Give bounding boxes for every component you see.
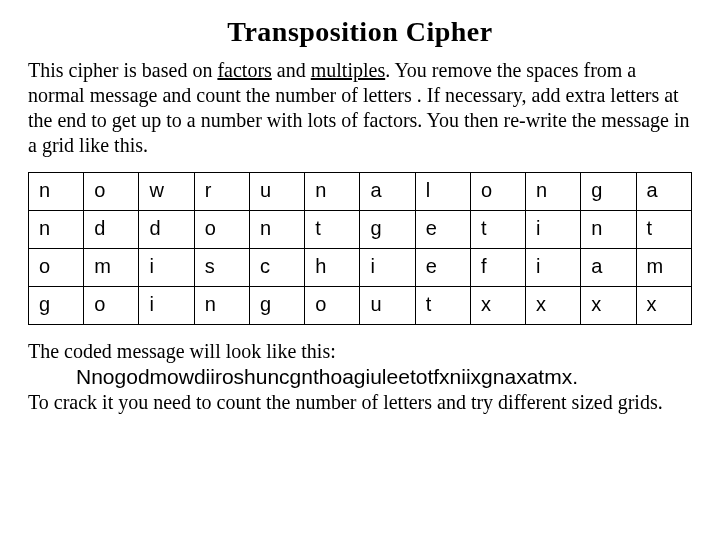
footer-paragraph: The coded message will look like this: N…: [28, 339, 692, 415]
grid-cell: a: [581, 249, 636, 287]
grid-cell: n: [29, 211, 84, 249]
footer-line2: To crack it you need to count the number…: [28, 391, 663, 413]
page: Transposition Cipher This cipher is base…: [0, 0, 720, 415]
table-row: g o i n g o u t x x x x: [29, 287, 692, 325]
grid-cell: n: [194, 287, 249, 325]
grid-cell: x: [636, 287, 691, 325]
cipher-grid: n o w r u n a l o n g a n d d o n t g e …: [28, 172, 692, 325]
grid-cell: n: [29, 173, 84, 211]
grid-cell: x: [526, 287, 581, 325]
grid-cell: e: [415, 211, 470, 249]
grid-cell: t: [305, 211, 360, 249]
footer-line1: The coded message will look like this:: [28, 340, 336, 362]
intro-and: and: [272, 59, 311, 81]
grid-cell: d: [139, 211, 194, 249]
grid-cell: o: [305, 287, 360, 325]
table-row: o m i s c h i e f i a m: [29, 249, 692, 287]
grid-cell: n: [581, 211, 636, 249]
coded-message: Nnogodmowdiiroshuncgnthoagiuleetotfxniix…: [28, 364, 692, 390]
grid-cell: d: [84, 211, 139, 249]
grid-cell: t: [415, 287, 470, 325]
grid-cell: i: [139, 287, 194, 325]
intro-pre: This cipher is based on: [28, 59, 217, 81]
grid-cell: n: [305, 173, 360, 211]
intro-multiples: multiples: [311, 59, 385, 81]
table-row: n d d o n t g e t i n t: [29, 211, 692, 249]
grid-cell: u: [360, 287, 415, 325]
table-row: n o w r u n a l o n g a: [29, 173, 692, 211]
grid-cell: x: [470, 287, 525, 325]
grid-cell: w: [139, 173, 194, 211]
grid-cell: n: [249, 211, 304, 249]
grid-cell: n: [526, 173, 581, 211]
grid-cell: t: [470, 211, 525, 249]
grid-cell: i: [139, 249, 194, 287]
grid-cell: g: [249, 287, 304, 325]
grid-cell: o: [84, 173, 139, 211]
grid-cell: h: [305, 249, 360, 287]
intro-factors: factors: [217, 59, 271, 81]
grid-cell: i: [526, 249, 581, 287]
grid-cell: g: [581, 173, 636, 211]
intro-paragraph: This cipher is based on factors and mult…: [28, 58, 692, 158]
grid-cell: f: [470, 249, 525, 287]
grid-cell: o: [84, 287, 139, 325]
grid-cell: m: [636, 249, 691, 287]
grid-cell: o: [29, 249, 84, 287]
grid-cell: g: [29, 287, 84, 325]
grid-cell: o: [470, 173, 525, 211]
grid-cell: l: [415, 173, 470, 211]
grid-cell: t: [636, 211, 691, 249]
grid-cell: a: [360, 173, 415, 211]
grid-cell: i: [360, 249, 415, 287]
grid-cell: x: [581, 287, 636, 325]
grid-cell: s: [194, 249, 249, 287]
grid-cell: c: [249, 249, 304, 287]
grid-cell: i: [526, 211, 581, 249]
grid-cell: e: [415, 249, 470, 287]
grid-cell: g: [360, 211, 415, 249]
grid-cell: u: [249, 173, 304, 211]
grid-cell: a: [636, 173, 691, 211]
grid-cell: o: [194, 211, 249, 249]
grid-cell: r: [194, 173, 249, 211]
grid-cell: m: [84, 249, 139, 287]
page-title: Transposition Cipher: [28, 16, 692, 48]
